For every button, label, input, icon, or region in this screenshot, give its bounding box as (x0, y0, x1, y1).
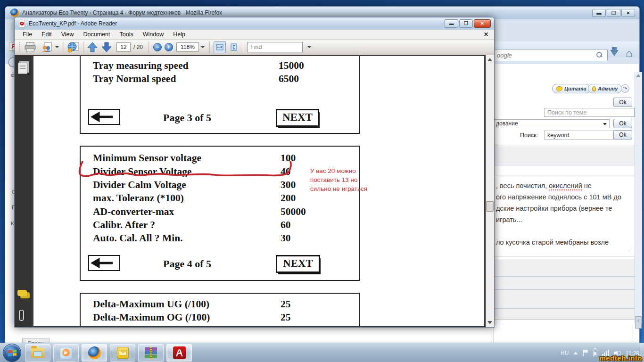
adobe-minimize-button[interactable]: ▬ (445, 19, 458, 28)
table-row: Calibr. After ?60 (93, 219, 357, 231)
form-label-fragment: К (11, 221, 14, 226)
zoom-in-icon[interactable]: + (165, 43, 173, 51)
menu-edit[interactable]: Edit (37, 30, 56, 39)
ok-button-3[interactable]: Ok (613, 130, 632, 140)
action-center-icon[interactable] (583, 350, 588, 356)
desktop: Анализаторы Eco Twenty - Страница 4 - Фо… (0, 0, 644, 362)
language-indicator[interactable]: RU (561, 350, 569, 356)
comments-panel-icon[interactable] (17, 290, 27, 296)
zoom-level-value[interactable]: 116% (176, 42, 199, 52)
firefox-scrollbar[interactable] (635, 72, 642, 324)
pager-label: Page 3 of 5 (145, 112, 230, 124)
fit-width-button[interactable] (214, 41, 226, 53)
home-icon[interactable]: ⌂ (626, 48, 633, 59)
pages-panel-icon[interactable] (18, 63, 27, 74)
menu-document[interactable]: Document (79, 30, 115, 39)
scroll-up-icon[interactable] (487, 58, 492, 61)
taskbar: RU 11:28 medteh.info (0, 343, 644, 362)
firefox-close-button[interactable]: ✕ (621, 9, 635, 17)
scrollbar-grip[interactable]: ≡ (635, 316, 642, 329)
table-row: AD-converter-max50000 (93, 206, 357, 218)
menu-file[interactable]: File (18, 30, 36, 39)
quote-button[interactable]: Цитата (552, 84, 591, 93)
share-icon[interactable] (41, 41, 53, 53)
pager-label: Page 4 of 5 (145, 258, 230, 270)
adobe-window-title: EcoTwenty_KP.pdf - Adobe Reader (29, 20, 117, 27)
menu-window[interactable]: Window (139, 30, 168, 39)
misspelled-word: окислений (549, 182, 582, 190)
ok-button-2[interactable]: Ok (613, 119, 632, 128)
category-select[interactable]: дование (494, 119, 610, 128)
message-line: дские настройки прибора (вернее те (496, 203, 634, 214)
category-select-value: дование (496, 120, 518, 127)
taskbar-winrar-button[interactable] (138, 344, 164, 362)
page-number-input[interactable] (116, 42, 131, 52)
scroll-up-icon[interactable] (636, 74, 641, 77)
next-page-icon[interactable] (100, 41, 113, 53)
firefox-icon (10, 8, 19, 17)
menu-tools[interactable]: Tools (116, 30, 138, 39)
adobe-titlebar[interactable]: EcoTwenty_KP.pdf - Adobe Reader ▬ ❐ ✕ (15, 17, 494, 30)
find-dropdown-icon[interactable] (307, 46, 311, 48)
back-arrow-button (88, 255, 120, 271)
adobe-maximize-button[interactable]: ❐ (459, 19, 473, 28)
adobe-reader-icon (173, 346, 186, 359)
topic-search-input[interactable] (544, 108, 635, 117)
table-row: Tray measuring speed15000 (93, 60, 357, 72)
attachments-panel-icon[interactable] (19, 310, 24, 321)
zoom-dropdown-icon[interactable] (201, 46, 205, 48)
firefox-icon (88, 346, 101, 359)
message-line: ого напряжение поднялось с 101 мВ до (496, 191, 634, 203)
message-line: играть... (496, 214, 634, 225)
scroll-down-icon[interactable] (487, 321, 492, 324)
taskbar-media-player-button[interactable] (53, 344, 79, 362)
share-dropdown-icon[interactable] (55, 46, 59, 48)
red-annotation-note: У вас 20 можно поставить 13 но сильно не… (310, 166, 367, 193)
keyword-input[interactable] (544, 131, 614, 140)
admin-button[interactable]: Админу (588, 84, 622, 93)
hidden-icons-button[interactable] (573, 352, 578, 354)
print-icon[interactable] (24, 41, 36, 53)
bulb-icon (592, 86, 596, 91)
ok-button-1[interactable]: Ok (613, 98, 632, 107)
message-textarea[interactable]: , весь почистил, окислений не ого напряж… (494, 175, 635, 256)
message-line: , весь почистил, окислений не (496, 180, 634, 191)
start-button[interactable] (3, 344, 21, 362)
download-icon[interactable] (610, 50, 619, 56)
forum-panel-row (494, 308, 635, 320)
web-capture-icon[interactable] (67, 41, 80, 53)
pdf-page: Tray measuring speed15000 Tray Normal sp… (33, 56, 484, 326)
textarea-resize-handle[interactable]: ⋰ (628, 244, 633, 255)
taskbar-outlook-button[interactable] (110, 344, 135, 362)
pdf-file-icon (19, 20, 25, 27)
forum-input-box[interactable] (494, 325, 633, 345)
search-icon[interactable] (596, 52, 603, 58)
adobe-close-button[interactable]: ✕ (474, 19, 491, 28)
search-input[interactable] (493, 49, 608, 61)
adobe-scrollbar[interactable] (486, 55, 494, 327)
reply-button[interactable]: ↷ (621, 84, 629, 93)
forum-panel-row (494, 277, 635, 289)
table-row: max. Toleranz (*100)200 (93, 192, 357, 204)
previous-page-icon[interactable] (86, 41, 99, 53)
find-input[interactable] (247, 42, 303, 52)
left-arrow-icon (89, 256, 119, 270)
taskbar-firefox-button[interactable] (82, 344, 107, 362)
back-arrow-button (88, 109, 120, 125)
firefox-maximize-button[interactable]: ❐ (607, 9, 620, 17)
adobe-toolbar: / 20 − + 116% (15, 40, 494, 55)
firefox-minimize-button[interactable]: ▬ (592, 9, 606, 17)
taskbar-explorer-button[interactable] (25, 344, 50, 362)
zoom-out-icon[interactable]: − (153, 43, 162, 51)
explorer-icon (31, 348, 44, 358)
menu-view[interactable]: View (57, 30, 78, 39)
adobe-menubar: File Edit View Document Tools Window Hel… (15, 30, 494, 40)
taskbar-adobe-reader-button[interactable] (166, 344, 192, 362)
keyword-search-label: Поиск: (520, 132, 538, 139)
scrollbar-thumb[interactable] (486, 201, 494, 212)
menubar-close-icon[interactable]: ✕ (484, 31, 488, 38)
fit-page-button[interactable] (228, 41, 240, 53)
battery-icon[interactable] (593, 350, 597, 356)
menu-help[interactable]: Help (169, 30, 190, 39)
chevron-down-icon (603, 123, 607, 125)
